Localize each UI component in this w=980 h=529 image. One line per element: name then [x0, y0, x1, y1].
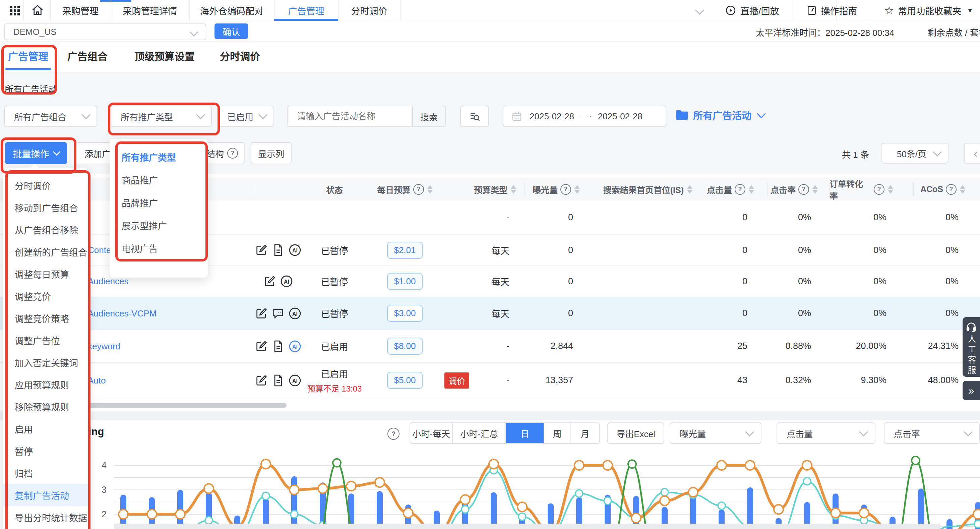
daily-budget-chip[interactable]: $8.00 — [387, 338, 422, 355]
comment-icon[interactable] — [272, 307, 285, 320]
edit-icon[interactable] — [255, 374, 268, 387]
campaign-name-link[interactable]: Audiences — [88, 276, 128, 287]
bulk-menu-item[interactable]: 移动到广告组合 — [3, 196, 89, 218]
edit-icon[interactable] — [263, 274, 277, 288]
range-tab-小时-汇总[interactable]: 小时-汇总 — [453, 423, 506, 443]
bulk-menu-item[interactable]: 调整每日预算 — [3, 263, 89, 285]
bulk-menu-item[interactable]: 应用预算规则 — [3, 373, 89, 395]
daily-budget-chip[interactable]: $1.00 — [387, 273, 422, 290]
promo-type-filter-select[interactable]: 所有推广类型 — [111, 105, 212, 127]
sort-arrows[interactable] — [749, 185, 754, 194]
date-range-picker[interactable]: 2025-02-28 —· 2025-02-28 — [503, 105, 666, 127]
column-header-cvr[interactable]: 订单转化率? — [829, 178, 913, 201]
bulk-menu-item[interactable]: 导出分时统计数据 — [3, 506, 89, 528]
column-header-budget[interactable]: 每日预算? — [368, 178, 442, 201]
search-button[interactable]: 搜索 — [412, 106, 445, 126]
sort-arrows[interactable] — [574, 185, 580, 194]
promo-menu-item[interactable]: 品牌推广 — [110, 191, 208, 214]
campaign-name-link[interactable]: Auto — [88, 375, 106, 386]
column-header-status[interactable]: 状态 — [302, 178, 368, 201]
sort-arrows[interactable] — [813, 185, 818, 194]
column-header-acos[interactable]: ACoS? — [913, 178, 980, 201]
column-header-ctr[interactable]: 点击率? — [767, 178, 829, 201]
nav-live-item[interactable]: 直播/回放 — [716, 4, 789, 17]
range-tab-月[interactable]: 月 — [571, 423, 599, 443]
doc-icon[interactable] — [272, 339, 285, 353]
table-row[interactable]: Audiences-VCPMAI已暂停$3.00每天000%0%0% — [0, 297, 980, 330]
range-tab-日[interactable]: 日 — [506, 423, 544, 443]
bulk-menu-item[interactable]: 复制广告活动 — [3, 484, 89, 506]
nav-tab-2[interactable]: 采购管理详情 — [111, 0, 189, 21]
tab-广告组合[interactable]: 广告组合 — [66, 41, 109, 70]
column-header-budget_type[interactable]: 预算类型 — [442, 178, 525, 201]
collapse-chevron-icon[interactable] — [697, 5, 703, 16]
ai-icon[interactable]: AI — [288, 374, 302, 387]
ai-icon[interactable]: AI — [288, 307, 302, 320]
campaign-name-link[interactable]: keyword — [88, 341, 120, 351]
column-header-is[interactable]: 搜索结果首页首位(IS) — [590, 178, 706, 201]
nav-tab-4[interactable]: 广告管理 — [274, 0, 338, 21]
collapse-panel-button[interactable]: » — [963, 381, 980, 400]
nav-favorites-item[interactable]: ☆ 常用功能收藏夹 ▼ — [875, 4, 980, 17]
campaign-search-input[interactable] — [296, 107, 412, 126]
nav-guide-item[interactable]: 操作指南 — [797, 4, 867, 17]
account-select[interactable]: DEMO_US — [4, 24, 207, 40]
bulk-menu-item[interactable]: 调整竞价策略 — [3, 307, 89, 329]
daily-budget-chip[interactable]: $5.00 — [387, 372, 422, 389]
metric-select-3[interactable]: 点击率 — [884, 422, 980, 444]
bulk-menu-item[interactable]: 分时调价 — [3, 174, 89, 196]
horizontal-scrollbar[interactable] — [86, 403, 286, 408]
portfolio-filter-select[interactable]: 所有广告组合 — [4, 105, 97, 127]
promo-menu-item[interactable]: 展示型推广 — [110, 214, 208, 237]
range-tab-周[interactable]: 周 — [544, 423, 571, 443]
campaign-name-link[interactable]: Audiences-VCPM — [88, 308, 156, 319]
export-excel-button[interactable]: 导出Excel — [607, 422, 664, 444]
campaign-name-link[interactable]: Conte — [88, 245, 111, 255]
daily-budget-chip[interactable]: $2.01 — [387, 242, 422, 259]
edit-icon[interactable] — [255, 244, 268, 257]
range-tab-小时-每天[interactable]: 小时-每天 — [410, 423, 453, 443]
bulk-menu-item[interactable]: 暂停 — [3, 440, 89, 462]
page-size-select[interactable]: 50条/页 — [881, 143, 948, 164]
status-filter-select[interactable]: 已启用 — [218, 105, 274, 127]
bulk-menu-item[interactable]: 加入否定关键词 — [3, 351, 89, 373]
table-row[interactable]: keywordAI已启用$8.00-2,844250.88%20.00%24.3… — [0, 330, 980, 363]
scope-selector[interactable]: 所有广告活动 — [676, 108, 765, 122]
nav-tab-3[interactable]: 海外仓编码配对 — [189, 0, 274, 21]
ai-icon[interactable]: AI — [288, 339, 302, 353]
sort-arrows[interactable] — [687, 185, 692, 194]
promo-menu-item[interactable]: 电视广告 — [110, 237, 208, 260]
daily-budget-chip[interactable]: $3.00 — [387, 305, 422, 322]
sort-arrows[interactable] — [888, 185, 893, 194]
bulk-menu-item[interactable]: 调整广告位 — [3, 329, 89, 351]
bulk-menu-item[interactable]: 启用 — [3, 418, 89, 440]
home-icon[interactable] — [31, 4, 44, 19]
metric-select-1[interactable]: 曝光量 — [670, 422, 762, 444]
sort-arrows[interactable] — [511, 185, 516, 194]
advanced-search-button[interactable] — [460, 105, 489, 127]
metric-select-2[interactable]: 点击量 — [776, 422, 875, 444]
ai-icon[interactable]: AI — [280, 274, 293, 288]
tab-广告管理[interactable]: 广告管理 — [3, 41, 53, 70]
bulk-menu-item[interactable]: 归档 — [3, 462, 89, 484]
tab-分时调价[interactable]: 分时调价 — [220, 41, 260, 70]
bulk-menu-item[interactable]: 调整竞价 — [3, 285, 89, 307]
nav-tab-5[interactable]: 分时调价 — [338, 0, 400, 21]
column-header-clicks[interactable]: 点击量? — [706, 178, 767, 201]
promo-menu-item[interactable]: 所有推广类型 — [110, 145, 208, 168]
bulk-actions-button[interactable]: 批量操作 — [5, 142, 67, 164]
column-header-impressions[interactable]: 曝光量? — [525, 178, 590, 201]
doc-icon[interactable] — [272, 374, 285, 387]
edit-icon[interactable] — [255, 307, 268, 320]
tab-顶级预算设置[interactable]: 顶级预算设置 — [131, 41, 198, 70]
confirm-button[interactable]: 确认 — [215, 24, 248, 39]
table-row[interactable]: AutoAI已启用预算不足 13:03$5.00调价-13,357430.32%… — [0, 363, 980, 398]
bulk-menu-item[interactable]: 移除预算规则 — [3, 395, 89, 418]
sort-arrows[interactable] — [960, 185, 965, 194]
doc-icon[interactable] — [272, 244, 285, 257]
prev-page-button[interactable]: ‹ — [964, 143, 980, 164]
edit-icon[interactable] — [255, 339, 268, 353]
bulk-menu-item[interactable]: 创建新的广告组合 — [3, 241, 89, 263]
bulk-menu-item[interactable]: 从广告组合移除 — [3, 218, 89, 241]
display-columns-button[interactable]: 显示列 — [251, 142, 291, 164]
